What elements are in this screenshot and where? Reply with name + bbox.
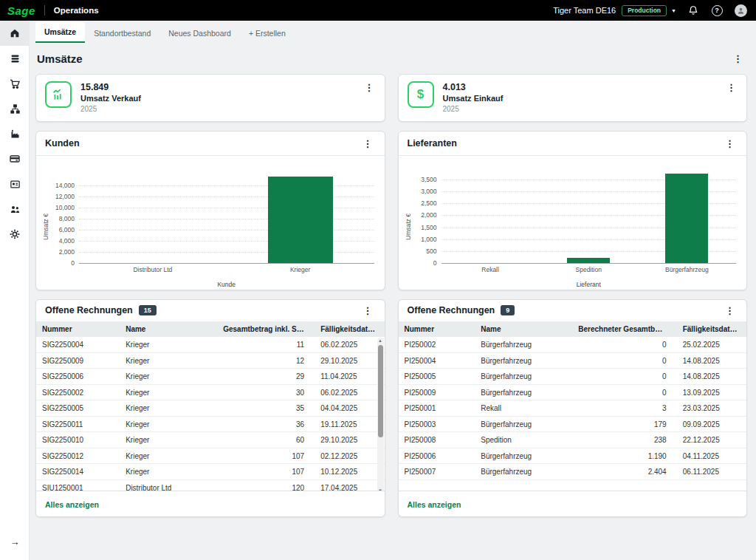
table-cell: Bürgerfahrzeug — [475, 452, 572, 460]
show-all-link[interactable]: Alles anzeigen — [45, 500, 99, 509]
x-axis-categories: Distributor LtdKrieger — [79, 266, 374, 278]
chart-kebab-menu-icon[interactable]: ⋮ — [360, 137, 376, 150]
chart-card-kunden: Kunden ⋮ Umsatz € 02,0004,0006,0008,0001… — [35, 131, 385, 290]
table-row[interactable]: SIG2250012Krieger10702.12.2025 — [36, 448, 385, 465]
table-cell: 0 — [572, 341, 676, 349]
tab--erstellen[interactable]: + Erstellen — [240, 24, 295, 43]
table-cell: 107 — [217, 468, 315, 476]
bar-krieger[interactable] — [268, 177, 333, 264]
page-kebab-menu-icon[interactable]: ⋮ — [730, 52, 746, 65]
chart-kebab-menu-icon[interactable]: ⋮ — [722, 137, 738, 150]
bar-bürgerfahrzeug[interactable] — [665, 174, 708, 264]
table-cell: 13.09.2025 — [677, 389, 746, 397]
table-row[interactable]: SIG2250011Krieger3619.11.2025 — [36, 417, 385, 433]
table-cell: PI250002 — [399, 341, 475, 349]
kpi-kebab-menu-icon[interactable]: ⋮ — [724, 81, 739, 94]
table-cell: Krieger — [120, 452, 217, 460]
table-row[interactable]: PI250007Bürgerfahrzeug2.40406.11.2025 — [399, 464, 747, 480]
table-cell: Krieger — [120, 372, 217, 380]
table-row[interactable]: SIU1250001Distributor Ltd12017.04.2025 — [36, 480, 385, 491]
table-cell: 17.04.2025 — [315, 484, 384, 491]
y-axis-label: Umsatz € — [42, 190, 49, 264]
vertical-scrollbar[interactable]: ▲▼ — [377, 338, 384, 491]
x-category-label: Distributor Ltd — [133, 266, 172, 273]
table-rows: PI250002Bürgerfahrzeug025.02.2025PI25000… — [399, 337, 747, 491]
table-kebab-menu-icon[interactable]: ⋮ — [360, 304, 376, 317]
table-rows: SIG2250004Krieger1106.02.2025SIG2250009K… — [36, 337, 385, 491]
table-cell: 04.11.2025 — [677, 452, 746, 460]
table-kebab-menu-icon[interactable]: ⋮ — [722, 304, 738, 317]
table-cell: Krieger — [120, 468, 217, 476]
table-row[interactable]: PI250003Bürgerfahrzeug17909.09.2025 — [399, 417, 747, 433]
topbar-divider — [44, 5, 45, 16]
sidebar-item-credit-card-icon[interactable] — [0, 146, 30, 171]
table-cell: 29.10.2025 — [315, 436, 384, 444]
table-cell: Bürgerfahrzeug — [475, 389, 572, 397]
help-icon[interactable]: ? — [710, 4, 724, 17]
table-row[interactable]: SIG2250014Krieger10710.12.2025 — [36, 464, 385, 480]
y-tick-label: 1,000 — [421, 236, 436, 243]
table-title: Offene Rechnungen — [45, 305, 133, 315]
tab-neues-dashboard[interactable]: Neues Dashboard — [159, 24, 240, 43]
table-cell: 179 — [572, 420, 676, 428]
table-cell: PI250008 — [399, 436, 475, 444]
scroll-up-icon[interactable]: ▲ — [377, 338, 384, 344]
x-axis-line — [79, 263, 374, 264]
y-tick-label: 8,000 — [59, 215, 75, 222]
x-axis-label: Kunde — [79, 281, 374, 288]
table-row[interactable]: PI250005Bürgerfahrzeug014.08.2025 — [399, 369, 747, 385]
avatar[interactable] — [734, 4, 747, 17]
y-tick-label: 3,500 — [421, 176, 436, 183]
table-row[interactable]: PI250001Rekall323.03.2025 — [399, 400, 747, 417]
count-badge: 15 — [139, 305, 157, 315]
account-switcher[interactable]: Tiger Team DE16 Production ▼ — [553, 5, 676, 16]
sidebar-expand-arrow-right-icon[interactable]: → — [0, 529, 30, 554]
table-row[interactable]: PI250006Bürgerfahrzeug1.19004.11.2025 — [399, 448, 747, 465]
table-cell: 09.09.2025 — [677, 420, 746, 428]
plot-area — [441, 168, 737, 264]
sidebar-item-id-card-icon[interactable] — [0, 171, 30, 197]
table-cell: SIG2250002 — [36, 389, 120, 397]
y-tick-label: 0 — [71, 259, 75, 267]
tab-umsätze[interactable]: Umsätze — [35, 22, 85, 43]
sidebar-item-home-icon[interactable] — [0, 21, 30, 46]
kpi-kebab-menu-icon[interactable]: ⋮ — [362, 81, 377, 94]
scrollbar-thumb[interactable] — [378, 345, 383, 437]
sidebar-item-gear-icon[interactable] — [0, 222, 30, 247]
sidebar-item-users-icon[interactable] — [0, 197, 30, 222]
table-row[interactable]: SIG2250010Krieger6029.10.2025 — [36, 432, 385, 448]
table-row[interactable]: SIG2250006Krieger2911.04.2025 — [36, 369, 385, 385]
sage-logo: Sage — [7, 4, 35, 17]
app-title: Operations — [54, 6, 99, 15]
table-cell: 238 — [572, 436, 676, 444]
table-row[interactable]: PI250008Spedition23822.12.2025 — [399, 432, 747, 448]
table-row[interactable]: SIG2250004Krieger1106.02.2025 — [36, 337, 385, 353]
table-cell: SIG2250010 — [36, 436, 120, 444]
sidebar-item-factory-icon[interactable] — [0, 121, 30, 146]
y-tick-label: 1,500 — [421, 224, 436, 231]
table-row[interactable]: SIG2250002Krieger3006.02.2025 — [36, 385, 385, 401]
table-row[interactable]: SIG2250009Krieger1229.10.2025 — [36, 353, 385, 369]
tab-standortbestand[interactable]: Standortbestand — [85, 24, 159, 43]
chart-card-lieferanten: Lieferanten ⋮ Umsatz € 05001,0001,5002,0… — [398, 131, 748, 290]
scroll-down-icon[interactable]: ▼ — [377, 488, 384, 491]
table-cell: Distributor Ltd — [120, 484, 217, 491]
environment-badge: Production — [622, 5, 667, 16]
table-cell: PI250009 — [399, 389, 475, 397]
y-tick-label: 10,000 — [55, 204, 75, 211]
table-row[interactable]: PI250004Bürgerfahrzeug014.08.2025 — [399, 353, 747, 369]
table-cell: Bürgerfahrzeug — [475, 372, 572, 380]
bell-icon[interactable] — [687, 4, 700, 17]
account-name: Tiger Team DE16 — [553, 6, 616, 15]
table-cell: PI250004 — [399, 357, 475, 365]
table-row[interactable]: PI250002Bürgerfahrzeug025.02.2025 — [399, 337, 747, 353]
table-cell: SIG2250006 — [36, 372, 120, 380]
sidebar-item-cart-icon[interactable] — [0, 71, 30, 96]
table-cell: Krieger — [120, 420, 217, 428]
table-row[interactable]: SIG2250005Krieger3504.04.2025 — [36, 400, 385, 417]
sidebar-item-sitemap-icon[interactable] — [0, 96, 30, 121]
show-all-link[interactable]: Alles anzeigen — [408, 500, 461, 509]
sidebar-item-rows-icon[interactable] — [0, 46, 30, 71]
table-row[interactable]: PI250009Bürgerfahrzeug013.09.2025 — [399, 385, 747, 401]
table-cell: Spedition — [475, 436, 572, 444]
